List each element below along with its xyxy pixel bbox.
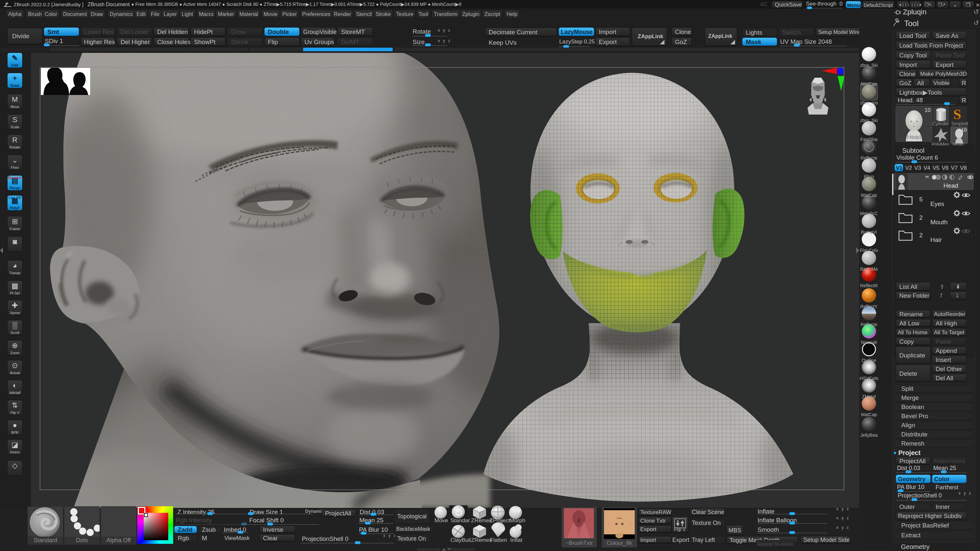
svg-text:Standar: Standar — [450, 518, 470, 524]
svg-text:Morph: Morph — [510, 518, 525, 524]
svg-text:ZRemes: ZRemes — [471, 537, 492, 543]
svg-text:Inflat: Inflat — [510, 537, 522, 543]
svg-text:S: S — [953, 106, 961, 122]
svg-text:Move: Move — [434, 518, 448, 524]
svg-text:ClayBuil: ClayBuil — [450, 537, 471, 543]
svg-text:Flatten: Flatten — [490, 537, 507, 543]
svg-text:ZRemes: ZRemes — [471, 518, 492, 524]
